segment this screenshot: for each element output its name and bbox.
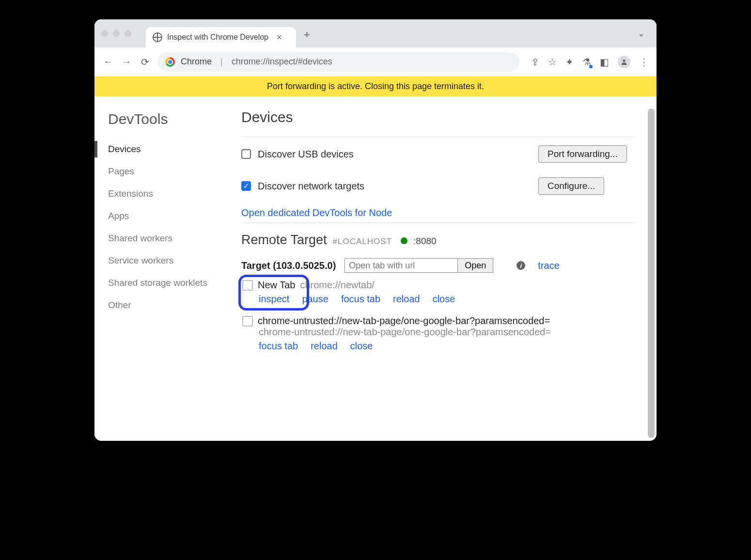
tab-close-icon[interactable]: × bbox=[277, 32, 282, 43]
sidebar-item-other[interactable]: Other bbox=[94, 294, 237, 316]
forward-button[interactable]: → bbox=[121, 56, 132, 67]
entry-actions: inspect pause focus tab reload close bbox=[259, 294, 635, 305]
port-forwarding-banner: Port forwarding is active. Closing this … bbox=[94, 77, 657, 96]
discover-usb-label: Discover USB devices bbox=[258, 149, 354, 160]
entry-title: New Tab bbox=[258, 280, 295, 291]
open-tab-button[interactable]: Open bbox=[457, 258, 493, 273]
browser-window: Inspect with Chrome Develope × + ⌄ ← → ⟳… bbox=[94, 19, 657, 441]
entry-title: chrome-untrusted://new-tab-page/one-goog… bbox=[258, 315, 550, 327]
content: Devices Discover USB devices Port forwar… bbox=[237, 96, 657, 441]
chrome-icon bbox=[165, 57, 175, 67]
back-button[interactable]: ← bbox=[102, 56, 114, 67]
reload-link[interactable]: reload bbox=[311, 341, 338, 352]
target-label: Target (103.0.5025.0) bbox=[241, 260, 336, 271]
sidebar-heading: DevTools bbox=[94, 111, 237, 138]
close-link[interactable]: close bbox=[350, 341, 373, 352]
open-devtools-node-link[interactable]: Open dedicated DevTools for Node bbox=[241, 207, 392, 218]
favicon-placeholder-icon bbox=[242, 280, 253, 291]
entry-url: chrome-untrusted://new-tab-page/one-goog… bbox=[259, 327, 551, 337]
zoom-window-icon[interactable] bbox=[125, 30, 131, 37]
toolbar-actions: ⇪ ☆ ✦ ⚗ ◧ ⋮ bbox=[531, 56, 649, 68]
target-entry: chrome-untrusted://new-tab-page/one-goog… bbox=[242, 315, 635, 352]
main: DevTools Devices Pages Extensions Apps S… bbox=[94, 96, 657, 441]
omnibox-separator: | bbox=[220, 57, 223, 67]
discover-network-row: ✓ Discover network targets Configure... bbox=[241, 177, 635, 195]
sidebar-item-shared-workers[interactable]: Shared workers bbox=[94, 227, 237, 249]
sidebar-item-service-workers[interactable]: Service workers bbox=[94, 249, 237, 272]
sidebar-item-extensions[interactable]: Extensions bbox=[94, 183, 237, 205]
share-icon[interactable]: ⇪ bbox=[531, 56, 539, 68]
globe-icon bbox=[153, 32, 162, 42]
entry-actions: focus tab reload close bbox=[259, 341, 635, 352]
profile-avatar[interactable] bbox=[618, 56, 630, 68]
tab-title: Inspect with Chrome Develope bbox=[167, 33, 269, 42]
person-icon bbox=[620, 58, 628, 66]
divider bbox=[241, 136, 635, 137]
remote-target-port: :8080 bbox=[413, 236, 437, 247]
bookmark-icon[interactable]: ☆ bbox=[548, 56, 557, 68]
sidebar-item-shared-storage-worklets[interactable]: Shared storage worklets bbox=[94, 272, 237, 294]
favicon-placeholder-icon bbox=[242, 316, 253, 327]
port-forwarding-button[interactable]: Port forwarding... bbox=[538, 145, 627, 163]
discover-network-checkbox[interactable]: ✓ bbox=[241, 181, 251, 191]
target-line: Target (103.0.5025.0) Open i trace bbox=[241, 258, 635, 273]
minimize-window-icon[interactable] bbox=[113, 30, 120, 37]
new-tab-button[interactable]: + bbox=[304, 29, 310, 41]
address-bar[interactable]: Chrome | chrome://inspect/#devices bbox=[157, 52, 519, 72]
omnibox-url: chrome://inspect/#devices bbox=[232, 57, 332, 67]
page-heading: Devices bbox=[241, 109, 635, 125]
entry-url: chrome://newtab/ bbox=[300, 280, 374, 291]
chevron-down-icon: ⌄ bbox=[638, 29, 645, 38]
remote-target-header: Remote Target #LOCALHOST :8080 bbox=[241, 233, 635, 248]
reload-link[interactable]: reload bbox=[393, 294, 420, 305]
close-window-icon[interactable] bbox=[101, 30, 108, 37]
close-link[interactable]: close bbox=[433, 294, 455, 305]
menu-icon[interactable]: ⋮ bbox=[639, 56, 649, 68]
browser-tab[interactable]: Inspect with Chrome Develope × bbox=[146, 27, 296, 47]
side-panel-icon[interactable]: ◧ bbox=[600, 56, 609, 68]
omnibox-chip: Chrome bbox=[181, 57, 212, 67]
reload-button[interactable]: ⟳ bbox=[139, 56, 151, 68]
discover-network-label: Discover network targets bbox=[258, 181, 364, 192]
pause-link[interactable]: pause bbox=[302, 294, 329, 305]
extensions-icon[interactable]: ✦ bbox=[565, 56, 574, 68]
target-entry: New Tab chrome://newtab/ inspect pause f… bbox=[242, 280, 635, 305]
sidebar: DevTools Devices Pages Extensions Apps S… bbox=[94, 96, 237, 441]
focus-tab-link[interactable]: focus tab bbox=[341, 294, 380, 305]
focus-tab-link[interactable]: focus tab bbox=[259, 341, 298, 352]
sidebar-item-apps[interactable]: Apps bbox=[94, 205, 237, 227]
sidebar-item-devices[interactable]: Devices bbox=[94, 138, 237, 160]
divider bbox=[241, 222, 635, 223]
inspect-link[interactable]: inspect bbox=[259, 294, 289, 305]
labs-icon[interactable]: ⚗ bbox=[582, 56, 591, 68]
titlebar: Inspect with Chrome Develope × + ⌄ bbox=[94, 19, 657, 47]
configure-button[interactable]: Configure... bbox=[538, 177, 604, 195]
sidebar-item-pages[interactable]: Pages bbox=[94, 160, 237, 183]
discover-usb-checkbox[interactable] bbox=[241, 149, 251, 159]
status-dot-icon bbox=[401, 237, 407, 244]
remote-target-title: Remote Target bbox=[241, 233, 327, 248]
info-icon[interactable]: i bbox=[516, 261, 525, 270]
discover-usb-row: Discover USB devices Port forwarding... bbox=[241, 145, 635, 163]
remote-target-hash: #LOCALHOST bbox=[333, 237, 392, 247]
tabstrip-overflow[interactable]: ⌄ bbox=[638, 28, 645, 39]
window-controls bbox=[101, 30, 131, 37]
open-tab-url-input[interactable] bbox=[344, 258, 458, 273]
trace-link[interactable]: trace bbox=[538, 260, 559, 271]
svg-point-0 bbox=[623, 59, 625, 62]
toolbar: ← → ⟳ Chrome | chrome://inspect/#devices… bbox=[94, 47, 657, 77]
